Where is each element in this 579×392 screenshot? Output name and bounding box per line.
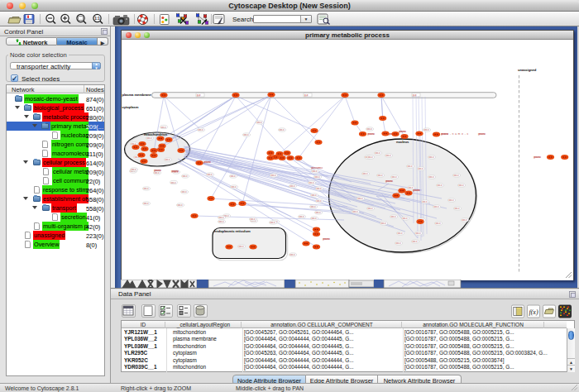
svg-text:g-p: g-p — [304, 93, 309, 97]
svg-text:xxx-x: xxx-x — [238, 246, 244, 248]
svg-text:cytoplasm: cytoplasm — [122, 105, 139, 109]
svg-text:xxx-x: xxx-x — [170, 182, 176, 184]
svg-text:xxx-x: xxx-x — [314, 176, 320, 179]
svg-text:xxx-x: xxx-x — [231, 186, 237, 189]
svg-text:xxx-x: xxx-x — [433, 206, 439, 208]
svg-text:gene-name-x: gene-name-x — [441, 132, 449, 136]
svg-text:xxx-x: xxx-x — [367, 208, 373, 210]
svg-text:xxx-x: xxx-x — [418, 168, 423, 170]
svg-text:mitochondrion: mitochondrion — [144, 132, 168, 136]
svg-text:xxx-x: xxx-x — [395, 242, 401, 245]
svg-text:xxx-x: xxx-x — [428, 156, 434, 159]
svg-text:xxx-x: xxx-x — [316, 188, 322, 190]
svg-text:gene-name-x: gene-name-x — [399, 130, 407, 133]
svg-text:xxx-x: xxx-x — [315, 212, 321, 214]
svg-text:xxx-x: xxx-x — [458, 184, 464, 187]
svg-text:xxx-x: xxx-x — [309, 182, 314, 184]
svg-text:gene-name-x: gene-name-x — [154, 169, 162, 172]
svg-text:xxx-x: xxx-x — [448, 199, 454, 202]
svg-text:xxx-x: xxx-x — [218, 217, 224, 219]
svg-text:xxx-x: xxx-x — [198, 129, 203, 131]
svg-text:xxx-x: xxx-x — [380, 222, 386, 225]
svg-text:xxx-x: xxx-x — [218, 221, 224, 223]
svg-text:1:1: 1:1 — [94, 17, 100, 21]
svg-text:xxx-x: xxx-x — [316, 200, 322, 203]
svg-text:xxx-x: xxx-x — [290, 254, 295, 256]
svg-text:xxx-x: xxx-x — [207, 174, 213, 176]
svg-text:xxx-x: xxx-x — [177, 204, 183, 207]
svg-text:xxx-x: xxx-x — [243, 134, 249, 136]
svg-text:xxx-x: xxx-x — [146, 137, 152, 140]
svg-text:nucleus: nucleus — [396, 140, 409, 144]
svg-text:xxx-x: xxx-x — [143, 188, 149, 190]
svg-text:xxx-x: xxx-x — [230, 175, 236, 178]
svg-text:xxx-x: xxx-x — [377, 174, 383, 177]
svg-text:xxx-x: xxx-x — [311, 218, 317, 220]
svg-text:xxx-x: xxx-x — [407, 165, 413, 168]
svg-text:xxx-x: xxx-x — [160, 127, 166, 129]
svg-text:xxx-x: xxx-x — [428, 176, 434, 179]
svg-text:xxx-x: xxx-x — [256, 122, 262, 124]
svg-text:xxx-x: xxx-x — [390, 216, 396, 218]
svg-text:xxx-x: xxx-x — [352, 211, 358, 213]
svg-text:xxx-x: xxx-x — [422, 201, 428, 203]
svg-text:xxx-x: xxx-x — [357, 198, 363, 200]
svg-text:xxx-x: xxx-x — [454, 208, 460, 210]
svg-text:xxx-x: xxx-x — [362, 173, 368, 175]
svg-text:xxx-x: xxx-x — [182, 175, 188, 178]
svg-text:xxx-x: xxx-x — [250, 218, 256, 221]
svg-text:xxx-x: xxx-x — [154, 172, 160, 174]
svg-text:gene-name-x: gene-name-x — [385, 179, 394, 183]
svg-text:xxx-x: xxx-x — [290, 185, 295, 188]
svg-text:xxx-x: xxx-x — [385, 155, 391, 157]
svg-text:xxx-x: xxx-x — [437, 184, 443, 187]
svg-text:endoplasmic reticulum: endoplasmic reticulum — [214, 229, 251, 233]
svg-text:plasma membrane: plasma membrane — [122, 93, 152, 97]
svg-text:xxx-x: xxx-x — [279, 129, 285, 131]
svg-text:xxx-x: xxx-x — [366, 128, 372, 131]
svg-text:xxx-x: xxx-x — [299, 216, 304, 218]
svg-text:xxx-x: xxx-x — [391, 176, 397, 179]
svg-text:xxx-x: xxx-x — [270, 222, 275, 224]
svg-text:gene-name-x: gene-name-x — [311, 166, 323, 170]
svg-text:gene-name-x: gene-name-x — [367, 132, 376, 136]
svg-text:xxx-x: xxx-x — [131, 169, 136, 171]
svg-text:xxx-x: xxx-x — [312, 170, 318, 173]
svg-text:gene-name-x: gene-name-x — [203, 160, 212, 164]
svg-text:gene-name-x: gene-name-x — [478, 132, 486, 136]
svg-text:xxx-x: xxx-x — [415, 232, 421, 235]
svg-text:xxx-x: xxx-x — [402, 218, 408, 220]
svg-text:gene-name-x: gene-name-x — [413, 189, 421, 192]
svg-text:xxx-x: xxx-x — [143, 203, 149, 205]
svg-text:xxx-x: xxx-x — [453, 174, 459, 177]
svg-text:gene-name-x: gene-name-x — [171, 170, 179, 173]
svg-text:xxx-x: xxx-x — [375, 152, 380, 155]
svg-text:xxx-x: xxx-x — [181, 191, 187, 194]
svg-text:gene-name-x: gene-name-x — [534, 155, 542, 159]
svg-text:xxx-x: xxx-x — [367, 156, 373, 159]
svg-text:xxx-x: xxx-x — [435, 222, 441, 225]
svg-text:xxx-x: xxx-x — [270, 174, 276, 177]
svg-text:xxx-x: xxx-x — [423, 129, 429, 131]
svg-text:unassigned: unassigned — [518, 68, 537, 72]
svg-text:g-p: g-p — [197, 93, 201, 97]
svg-text:f(x): f(x) — [529, 308, 538, 316]
svg-text:xxx-x: xxx-x — [397, 232, 403, 235]
svg-text:xxx-x: xxx-x — [311, 194, 317, 197]
svg-text:xxx-x: xxx-x — [412, 241, 418, 243]
svg-text:xxx-x: xxx-x — [165, 159, 170, 161]
svg-text:xxx-x: xxx-x — [462, 219, 467, 222]
svg-text:gene-name-x: gene-name-x — [323, 237, 331, 241]
svg-text:xxx-x: xxx-x — [310, 206, 316, 208]
